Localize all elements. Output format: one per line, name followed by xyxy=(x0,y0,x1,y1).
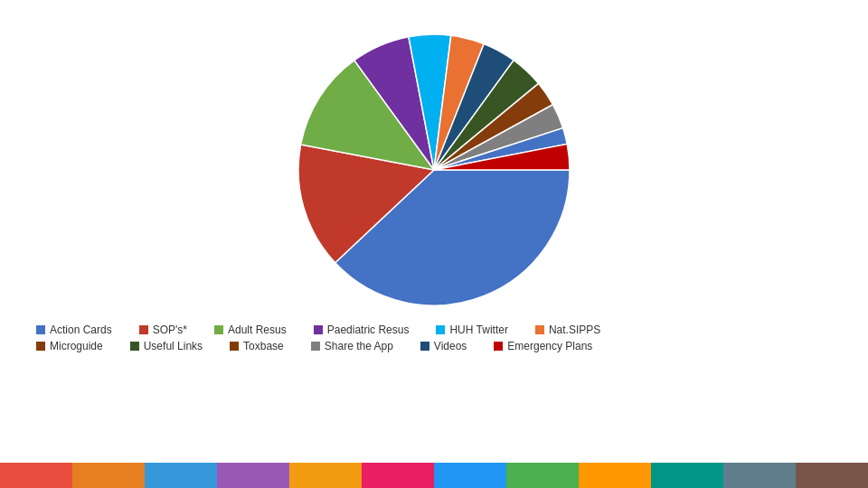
bottom-bar-segment xyxy=(651,463,723,488)
legend-label: Action Cards xyxy=(50,324,112,336)
legend-label: Useful Links xyxy=(144,340,203,352)
legend-item: HUH Twitter xyxy=(436,324,507,336)
bottom-bar-segment xyxy=(289,463,362,488)
legend-label: Toxbase xyxy=(243,340,284,352)
chart-area xyxy=(0,25,868,314)
legend-label: Paediatric Resus xyxy=(327,324,410,336)
bottom-bar-segment xyxy=(0,463,72,488)
legend-row-1: Action CardsSOP's*Adult ResusPaediatric … xyxy=(36,324,832,336)
legend-label: Adult Resus xyxy=(228,324,287,336)
legend-label: SOP's* xyxy=(153,324,187,336)
legend-item: Adult Resus xyxy=(214,324,287,336)
legend-color-box xyxy=(36,342,45,351)
legend-color-box xyxy=(36,325,45,334)
legend-item: Microguide xyxy=(36,340,103,352)
legend-item: Paediatric Resus xyxy=(314,324,410,336)
bottom-bar-segment xyxy=(434,463,506,488)
legend-color-box xyxy=(535,325,544,334)
legend-color-box xyxy=(314,325,323,334)
legend-item: Useful Links xyxy=(130,340,203,352)
bottom-bar-segment xyxy=(72,463,145,488)
bottom-bar-segment xyxy=(506,463,579,488)
legend-color-box xyxy=(494,342,503,351)
legend-item: Action Cards xyxy=(36,324,112,336)
page-title xyxy=(0,0,868,16)
bottom-bar-segment xyxy=(145,463,217,488)
bottom-bar-segment xyxy=(217,463,289,488)
legend-label: Nat.SIPPS xyxy=(549,324,600,336)
legend-label: Emergency Plans xyxy=(507,340,592,352)
legend-label: Microguide xyxy=(50,340,103,352)
legend-item: Emergency Plans xyxy=(494,340,592,352)
legend-color-box xyxy=(420,342,429,351)
legend-area: Action CardsSOP's*Adult ResusPaediatric … xyxy=(0,324,868,352)
bottom-bar-segment xyxy=(362,463,434,488)
bottom-bar-segment xyxy=(796,463,868,488)
legend-label: Share the App xyxy=(325,340,393,352)
legend-color-box xyxy=(436,325,445,334)
bottom-bar-segment xyxy=(723,463,796,488)
legend-color-box xyxy=(230,342,239,351)
pie-chart xyxy=(289,25,579,314)
pie-svg xyxy=(289,25,579,314)
legend-item: Toxbase xyxy=(230,340,284,352)
bottom-bar xyxy=(0,463,868,488)
legend-item: Nat.SIPPS xyxy=(535,324,600,336)
legend-color-box xyxy=(139,325,148,334)
legend-color-box xyxy=(214,325,223,334)
legend-item: SOP's* xyxy=(139,324,187,336)
bottom-bar-segment xyxy=(579,463,651,488)
legend-label: HUH Twitter xyxy=(449,324,507,336)
legend-item: Videos xyxy=(420,340,467,352)
legend-row-2: MicroguideUseful LinksToxbaseShare the A… xyxy=(36,340,832,352)
legend-color-box xyxy=(311,342,320,351)
legend-color-box xyxy=(130,342,139,351)
legend-label: Videos xyxy=(434,340,467,352)
legend-item: Share the App xyxy=(311,340,393,352)
